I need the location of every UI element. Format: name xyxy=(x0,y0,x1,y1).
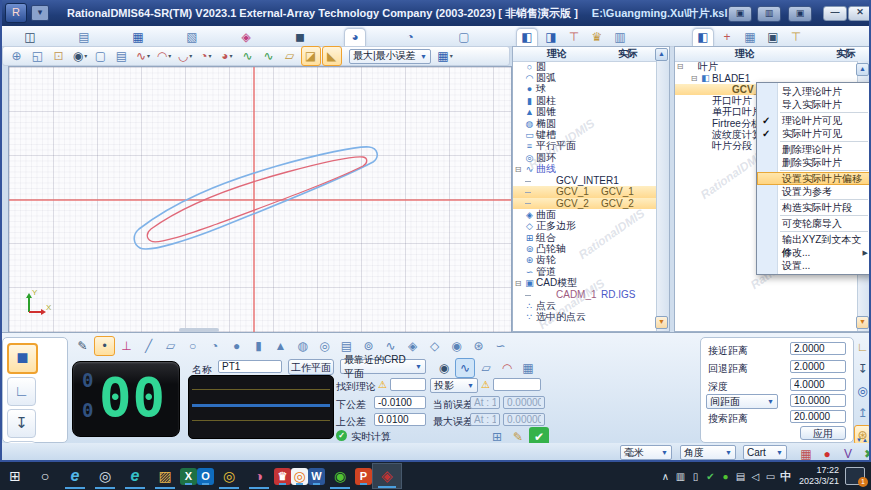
probe-pen-icon[interactable]: ✎ xyxy=(72,336,93,356)
menu-delete-actual-blade[interactable]: 删除实际叶片 xyxy=(757,156,871,169)
tree-item-pointcloud[interactable]: ∴ 点云 xyxy=(513,300,657,311)
feature-tab-icon[interactable]: ◧ xyxy=(516,28,538,46)
camera-tray-icon[interactable]: ▤ xyxy=(733,465,748,487)
cylinder-icon[interactable]: ▮ xyxy=(248,336,269,356)
menu-export-xyz[interactable]: 输出XYZ到文本文件 ▶ xyxy=(757,233,871,246)
tree-item-sphere[interactable]: ● 球 xyxy=(513,84,657,95)
view-tab-icon[interactable]: ◕ xyxy=(344,28,366,46)
sphere-icon[interactable]: ● xyxy=(226,336,247,356)
plane-icon[interactable]: ▱ xyxy=(160,336,181,356)
tree-item-blade-root[interactable]: ⊟ 叶片 xyxy=(675,61,858,72)
caliper-strip-icon[interactable]: ∟ xyxy=(854,337,871,357)
wechat-tray-icon[interactable]: ● xyxy=(718,465,733,487)
app-icon[interactable]: R xyxy=(5,3,27,23)
tree-item-circle[interactable]: ○ 圆 xyxy=(513,61,657,72)
tree-item-surface[interactable]: ◈ 曲面 xyxy=(513,209,657,220)
axes-tab-icon[interactable]: + xyxy=(717,29,737,46)
lower-tolerance-input[interactable] xyxy=(374,396,426,409)
magnifier-strip-icon[interactable]: ◎ xyxy=(854,381,871,401)
menu-import-nominal-blade[interactable]: 导入理论叶片 xyxy=(757,85,871,98)
ie-icon[interactable]: e xyxy=(60,463,90,489)
projection-value-input[interactable] xyxy=(493,378,541,391)
caliper-button[interactable]: ∟ xyxy=(7,377,36,406)
tree-item-cylinder[interactable]: ▮ 圆柱 xyxy=(513,95,657,106)
scroll-down-button[interactable]: ▼ xyxy=(856,316,869,329)
alignment-icon[interactable]: ▦ xyxy=(796,444,816,464)
machine-view-button[interactable]: ◼ xyxy=(7,343,38,374)
table-tab-icon[interactable]: ▦ xyxy=(740,29,760,46)
tree-item-cone[interactable]: ▲ 圆锥 xyxy=(513,107,657,118)
expander-icon[interactable]: ⊟ xyxy=(675,62,685,71)
tree-item-ellipse[interactable]: ◍ 椭圆 xyxy=(513,118,657,129)
solid-tab-icon[interactable]: ◨ xyxy=(541,29,561,46)
tree-item-parallel-planes[interactable]: ≡ 平行平面 xyxy=(513,141,657,152)
search-distance-input[interactable] xyxy=(790,410,846,423)
column-actual[interactable]: 实际 xyxy=(601,47,655,61)
ime-indicator[interactable]: 中 xyxy=(778,465,793,487)
menu-construct-actual-segment[interactable]: 构造实际叶片段 xyxy=(757,201,871,214)
arc-icon[interactable]: ◔ xyxy=(204,336,225,356)
minimize-button[interactable]: — xyxy=(823,6,847,21)
expander-icon[interactable]: ⊟ xyxy=(689,74,699,83)
curve-display-icon[interactable]: ∿ xyxy=(455,358,475,378)
tool-tab-icon[interactable]: ⊤ xyxy=(786,29,806,46)
depth-input[interactable] xyxy=(790,378,846,391)
tree-item-gcv-2[interactable]: GCV_2 GCV_2 xyxy=(513,198,657,209)
menu-actual-blade-visible[interactable]: ✓ 实际叶片可见 xyxy=(757,127,871,140)
upper-tolerance-input[interactable] xyxy=(374,413,426,426)
plane-section-icon[interactable]: ▱ xyxy=(280,46,300,66)
menu-set-as-reference[interactable]: 设置为参考 xyxy=(757,185,871,198)
pan-icon[interactable]: ⊡ xyxy=(49,46,69,66)
usb-icon[interactable]: ▯ xyxy=(688,465,703,487)
plane-display-icon[interactable]: ▱ xyxy=(476,358,496,378)
cone-icon[interactable]: ▲ xyxy=(270,336,291,356)
powerpoint-icon[interactable]: P xyxy=(355,468,372,485)
estop-icon[interactable]: ● xyxy=(817,444,837,464)
ellipse-icon[interactable]: ◍ xyxy=(292,336,313,356)
vision-icon[interactable]: V xyxy=(838,444,858,464)
menu-delete-nominal-blade[interactable]: 删除理论叶片 xyxy=(757,143,871,156)
zoom-window-icon[interactable]: ◱ xyxy=(28,46,48,66)
document-tab-icon[interactable]: ▤ xyxy=(74,29,94,46)
curve-fit-icon[interactable]: ◣ xyxy=(322,46,342,66)
tree-item-curve[interactable]: ⊟ ∿ 曲线 xyxy=(513,164,657,175)
curve-measure-icon[interactable]: ∿ xyxy=(238,46,258,66)
wechat-icon[interactable]: ◉ xyxy=(325,463,355,489)
grid-tab-icon[interactable]: ▦ xyxy=(128,29,148,46)
menu-import-actual-blade[interactable]: 导入实际叶片 xyxy=(757,98,871,111)
outlook-icon[interactable]: O xyxy=(197,468,214,485)
menu-variable-contour-import[interactable]: 可变轮廓导入 xyxy=(757,217,871,230)
display-mode-icon[interactable]: ▦▾ xyxy=(435,46,455,66)
probe-display-icon[interactable]: ◉ xyxy=(434,358,454,378)
select-box-icon[interactable]: ▢ xyxy=(91,46,111,66)
view-orientation-icon[interactable]: ◉▾ xyxy=(70,46,90,66)
report-display-icon[interactable]: ▦ xyxy=(518,358,538,378)
scroll-down-button[interactable]: ▼ xyxy=(655,316,668,329)
angle-dropdown[interactable]: 角度▼ xyxy=(680,445,736,460)
polygon-icon[interactable]: ◇ xyxy=(424,336,445,356)
column-actual[interactable]: 实际 xyxy=(815,47,870,61)
chrome-icon[interactable]: ◎ xyxy=(214,463,244,489)
snapshot-icon[interactable]: ▤ xyxy=(112,46,132,66)
find-nominal-input[interactable] xyxy=(390,378,426,391)
monitor-tab-icon[interactable]: ▢ xyxy=(454,29,474,46)
start-button[interactable]: ⊞ xyxy=(0,463,30,489)
feature-name-input[interactable] xyxy=(218,360,282,373)
plane-axes-icon[interactable]: ⊥ xyxy=(116,336,137,356)
foxit-icon[interactable]: ◎ xyxy=(291,468,308,485)
volume-icon[interactable]: ◁ xyxy=(748,465,763,487)
feature-tree-scrollbar[interactable] xyxy=(656,61,669,331)
excel-icon[interactable]: X xyxy=(180,468,197,485)
taskbar-clock[interactable]: 17:22 2023/3/21 xyxy=(799,465,839,487)
projection-dropdown[interactable]: 投影▼ xyxy=(430,378,478,393)
gear-icon[interactable]: ⊛ xyxy=(468,336,489,356)
menu-set-actual-blade-offset[interactable]: 设置实际叶片偏移 xyxy=(757,172,871,185)
spacing-mode-dropdown[interactable]: 间距面▼ xyxy=(706,394,778,409)
machine-tab-icon[interactable]: ◫ xyxy=(20,29,40,46)
gallery-icon[interactable]: ◑ xyxy=(244,463,274,489)
work-plane-button[interactable]: 工作平面 xyxy=(288,359,334,375)
retract-distance-input[interactable] xyxy=(790,360,846,373)
probe-tab-icon[interactable]: ◼ xyxy=(290,29,310,46)
blade-tab-icon[interactable]: ◧ xyxy=(692,28,714,46)
scroll-up-button[interactable]: ▲ xyxy=(856,63,869,76)
